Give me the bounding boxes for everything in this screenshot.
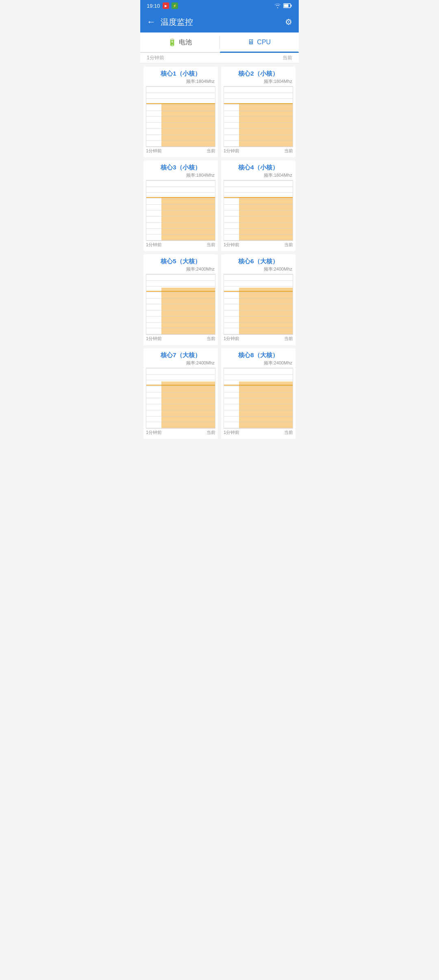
chart-top-line-4 — [224, 197, 293, 198]
page-title: 温度监控 — [161, 17, 285, 28]
chart-fill-left-7 — [146, 410, 161, 428]
chart-7 — [146, 368, 215, 429]
chart-label-right-8: 当前 — [284, 429, 293, 436]
chart-labels-1: 1分钟前 当前 — [143, 147, 218, 156]
core-freq-1: 频率:1804Mhz — [143, 78, 218, 86]
chart-2 — [224, 86, 293, 147]
chart-label-right-6: 当前 — [284, 336, 293, 342]
chart-8 — [224, 368, 293, 429]
battery-tab-label: 电池 — [179, 38, 192, 47]
core-freq-8: 频率:2400Mhz — [221, 360, 296, 368]
chart-fill-left-8 — [224, 410, 239, 428]
chart-top-line-8 — [224, 385, 293, 386]
core-title-8: 核心8（大核） — [221, 348, 296, 360]
chart-labels-6: 1分钟前 当前 — [221, 335, 296, 343]
back-button[interactable]: ← — [147, 17, 156, 27]
core-freq-2: 频率:1804Mhz — [221, 78, 296, 86]
chart-label-right-2: 当前 — [284, 148, 293, 154]
chart-label-left-6: 1分钟前 — [224, 336, 239, 342]
chart-label-right-3: 当前 — [206, 242, 215, 248]
chart-fill-right-5 — [161, 288, 215, 334]
core-card-5: 核心5（大核） 频率:2400Mhz — [143, 254, 218, 345]
chart-labels-5: 1分钟前 当前 — [143, 335, 218, 343]
chart-label-left-4: 1分钟前 — [224, 242, 239, 248]
chart-fill-right-7 — [161, 382, 215, 428]
chart-label-right-4: 当前 — [284, 242, 293, 248]
core-title-2: 核心2（小核） — [221, 67, 296, 78]
chart-fill-left-6 — [224, 317, 239, 334]
battery-tab-icon: 🔋 — [168, 38, 176, 47]
core-freq-4: 频率:1804Mhz — [221, 172, 296, 180]
header-right: 当前 — [283, 54, 292, 61]
chart-6 — [224, 274, 293, 335]
core-title-4: 核心4（小核） — [221, 160, 296, 172]
chart-fill-left-3 — [146, 218, 161, 241]
app-icon-green: ⚡ — [172, 2, 178, 9]
chart-top-line-6 — [224, 291, 293, 292]
chart-4 — [224, 180, 293, 241]
header-row: 1分钟前 当前 — [140, 53, 299, 63]
status-left: 19:10 ▶ ⚡ — [147, 2, 178, 9]
chart-labels-2: 1分钟前 当前 — [221, 147, 296, 156]
battery-charging-icon — [283, 3, 292, 8]
svg-rect-2 — [291, 5, 292, 7]
chart-fill-right-1 — [161, 103, 215, 147]
chart-fill-right-4 — [239, 197, 293, 241]
core-card-4: 核心4（小核） 频率:1804Mhz — [221, 160, 296, 251]
chart-label-right-1: 当前 — [206, 148, 215, 154]
core-title-3: 核心3（小核） — [143, 160, 218, 172]
core-card-8: 核心8（大核） 频率:2400Mhz — [221, 348, 296, 439]
chart-label-left-1: 1分钟前 — [146, 148, 162, 154]
core-card-1: 核心1（小核） 频率:1804Mhz — [143, 67, 218, 157]
chart-labels-7: 1分钟前 当前 — [143, 429, 218, 437]
core-card-7: 核心7（大核） 频率:2400Mhz — [143, 348, 218, 439]
cpu-tab-icon: 🖥 — [248, 38, 254, 46]
chart-3 — [146, 180, 215, 241]
status-time: 19:10 — [147, 3, 160, 9]
chart-fill-left-2 — [224, 126, 239, 147]
status-bar: 19:10 ▶ ⚡ — [140, 0, 299, 11]
status-right — [274, 3, 292, 8]
chart-fill-right-2 — [239, 103, 293, 147]
core-title-5: 核心5（大核） — [143, 254, 218, 266]
core-freq-3: 频率:1804Mhz — [143, 172, 218, 180]
core-freq-7: 频率:2400Mhz — [143, 360, 218, 368]
wifi-icon — [274, 3, 281, 8]
core-freq-5: 频率:2400Mhz — [143, 266, 218, 274]
core-card-2: 核心2（小核） 频率:1804Mhz — [221, 67, 296, 157]
app-icon-red: ▶ — [163, 2, 169, 9]
settings-button[interactable]: ⚙ — [285, 17, 292, 27]
chart-5 — [146, 274, 215, 335]
cpu-tab-label: CPU — [257, 39, 271, 46]
content-area: 核心1（小核） 频率:1804Mhz — [140, 63, 299, 442]
chart-label-left-8: 1分钟前 — [224, 429, 239, 436]
core-grid: 核心1（小核） 频率:1804Mhz — [143, 67, 296, 439]
tab-battery[interactable]: 🔋 电池 — [140, 33, 220, 52]
chart-1 — [146, 86, 215, 147]
chart-label-left-5: 1分钟前 — [146, 336, 162, 342]
chart-fill-right-3 — [161, 197, 215, 241]
core-title-1: 核心1（小核） — [143, 67, 218, 78]
app-bar: ← 温度监控 ⚙ — [140, 11, 299, 33]
chart-fill-left-5 — [146, 317, 161, 334]
chart-top-line-2 — [224, 103, 293, 104]
chart-top-line-3 — [146, 197, 215, 198]
chart-fill-left-1 — [146, 126, 161, 147]
chart-top-line-7 — [146, 385, 215, 386]
chart-fill-right-8 — [239, 382, 293, 428]
chart-top-line-5 — [146, 291, 215, 292]
tab-bar: 🔋 电池 🖥 CPU — [140, 33, 299, 53]
chart-labels-8: 1分钟前 当前 — [221, 429, 296, 437]
header-left: 1分钟前 — [147, 54, 164, 61]
core-title-6: 核心6（大核） — [221, 254, 296, 266]
core-freq-6: 频率:2400Mhz — [221, 266, 296, 274]
core-card-6: 核心6（大核） 频率:2400Mhz — [221, 254, 296, 345]
chart-labels-4: 1分钟前 当前 — [221, 241, 296, 249]
chart-label-left-7: 1分钟前 — [146, 429, 162, 436]
chart-label-right-7: 当前 — [206, 429, 215, 436]
core-card-3: 核心3（小核） 频率:1804Mhz — [143, 160, 218, 251]
chart-label-right-5: 当前 — [206, 336, 215, 342]
tab-cpu[interactable]: 🖥 CPU — [220, 33, 299, 52]
chart-top-line-1 — [146, 103, 215, 104]
chart-label-left-2: 1分钟前 — [224, 148, 239, 154]
